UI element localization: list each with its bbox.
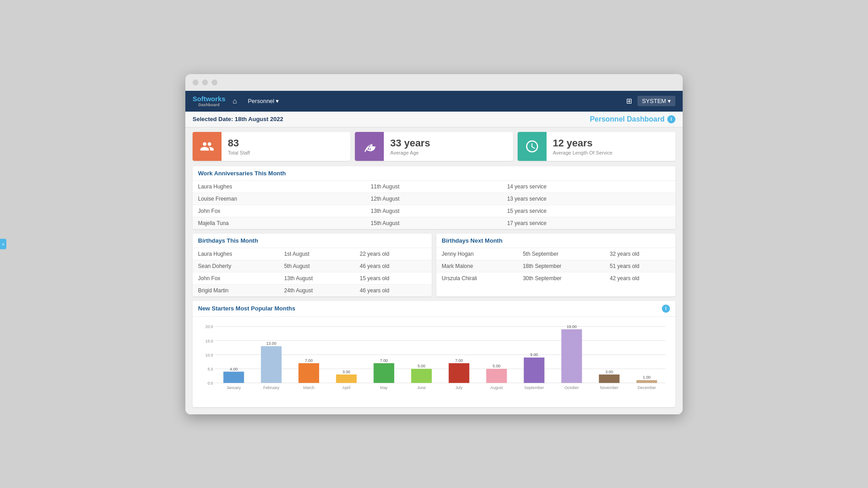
chart-month-label: October: [565, 385, 579, 389]
bar-july[interactable]: [448, 363, 469, 383]
fullscreen-dot: [212, 80, 217, 85]
bar-chart: 0.05.010.015.020.04.00January13.00Februa…: [198, 322, 670, 404]
dashboard-title-area: Personnel Dashboard i: [590, 115, 675, 123]
average-age-info: 33 years Average Age: [384, 133, 436, 160]
anniversaries-section: Work Anniversaries This Month Laura Hugh…: [193, 166, 675, 229]
chart-month-label: July: [455, 385, 462, 389]
personnel-menu[interactable]: Personnel ▾: [244, 96, 283, 106]
logo: Softworks Dashboard: [193, 95, 226, 107]
svg-text:1.00: 1.00: [643, 375, 651, 380]
chart-month-label: February: [263, 385, 279, 389]
people-icon: [200, 139, 214, 154]
svg-text:10.0: 10.0: [205, 352, 213, 357]
header-bar: Selected Date: 18th August 2022 Personne…: [185, 112, 683, 127]
selected-date: Selected Date: 18th August 2022: [193, 116, 283, 122]
stat-card-total-staff: 83 Total Staff: [193, 132, 350, 161]
svg-text:0.0: 0.0: [208, 381, 213, 385]
dashboard-info-icon[interactable]: i: [667, 115, 675, 123]
svg-text:19.00: 19.00: [566, 324, 576, 329]
birthdays-next-month-header: Birthdays Next Month: [436, 234, 675, 248]
home-icon[interactable]: ⌂: [233, 97, 237, 105]
chart-month-label: January: [226, 385, 241, 389]
table-row: Louise Freeman12th August13 years servic…: [193, 192, 675, 205]
dashboard-title-text: Personnel Dashboard: [590, 115, 665, 123]
chart-month-label: June: [417, 385, 426, 389]
anniversaries-table: Laura Hughes11th August14 years serviceL…: [193, 181, 675, 229]
bar-may[interactable]: [373, 363, 394, 383]
chart-month-label: March: [303, 385, 315, 389]
birthdays-this-month-table: Laura Hughes1st August22 years oldSean D…: [193, 248, 432, 296]
chart-month-label: August: [491, 385, 503, 389]
svg-text:7.00: 7.00: [380, 358, 388, 363]
average-service-label: Average Length Of Service: [553, 150, 613, 155]
bar-june[interactable]: [411, 369, 432, 383]
table-row: John Fox13th August15 years service: [193, 205, 675, 217]
chart-title: New Starters Most Popular Months: [198, 305, 295, 312]
navbar-right: ⊞ SYSTEM ▾: [626, 96, 675, 106]
bar-march[interactable]: [298, 363, 319, 383]
average-age-value: 33 years: [390, 137, 430, 149]
navbar: Softworks Dashboard ⌂ Personnel ▾ ⊞ SYST…: [185, 91, 683, 112]
total-staff-label: Total Staff: [228, 150, 250, 155]
table-row: Brigid Martin24th August46 years old: [193, 284, 432, 296]
bar-january[interactable]: [223, 371, 244, 383]
bar-april[interactable]: [336, 374, 357, 383]
svg-text:5.00: 5.00: [418, 364, 425, 368]
table-row: Urszula Chirali30th September42 years ol…: [436, 272, 675, 284]
scale-icon: [362, 139, 377, 154]
browser-window: Softworks Dashboard ⌂ Personnel ▾ ⊞ SYST…: [185, 74, 683, 414]
chart-info-icon[interactable]: i: [662, 305, 670, 313]
grid-icon[interactable]: ⊞: [626, 97, 632, 105]
bar-december[interactable]: [637, 380, 657, 383]
main-content: 83 Total Staff 33 years Average Age: [185, 127, 683, 414]
birthdays-next-month-section: Birthdays Next Month Jenny Hogan5th Sept…: [436, 234, 675, 296]
browser-chrome: [185, 74, 683, 91]
chart-month-label: May: [380, 385, 388, 389]
bar-november[interactable]: [599, 374, 620, 383]
svg-text:3.00: 3.00: [605, 370, 613, 374]
logo-main-text: Softworks: [193, 95, 226, 103]
birthdays-this-month-section: Birthdays This Month Laura Hughes1st Aug…: [193, 234, 432, 296]
stat-cards: 83 Total Staff 33 years Average Age: [193, 132, 675, 161]
navbar-left: Softworks Dashboard ⌂ Personnel ▾: [193, 95, 283, 107]
svg-text:15.0: 15.0: [205, 338, 213, 343]
total-staff-info: 83 Total Staff: [222, 133, 256, 160]
table-row: John Fox13th August15 years old: [193, 272, 432, 284]
bar-october[interactable]: [561, 329, 582, 383]
table-row: Sean Doherty5th August46 years old: [193, 260, 432, 272]
svg-text:5.00: 5.00: [493, 364, 500, 368]
average-service-info: 12 years Average Length Of Service: [547, 133, 619, 160]
clock-icon: [525, 139, 539, 154]
table-row: Majella Tuna15th August17 years service: [193, 217, 675, 229]
table-row: Jenny Hogan5th September32 years old: [436, 248, 675, 260]
svg-text:13.00: 13.00: [266, 341, 276, 346]
bar-february[interactable]: [261, 346, 282, 383]
stat-card-average-service: 12 years Average Length Of Service: [518, 132, 675, 161]
svg-text:3.00: 3.00: [343, 370, 350, 374]
chart-section: New Starters Most Popular Months i 0.05.…: [193, 301, 675, 407]
total-staff-icon-area: [193, 132, 222, 161]
average-age-icon-area: [355, 132, 384, 161]
svg-text:9.00: 9.00: [530, 352, 538, 357]
average-service-value: 12 years: [553, 137, 613, 149]
personnel-label: Personnel ▾: [248, 98, 279, 104]
stat-card-average-age: 33 years Average Age: [355, 132, 513, 161]
average-age-label: Average Age: [390, 150, 430, 155]
chart-month-label: December: [637, 385, 656, 389]
chart-header: New Starters Most Popular Months i: [193, 301, 675, 317]
table-row: Laura Hughes11th August14 years service: [193, 181, 675, 193]
chart-month-label: November: [600, 385, 618, 389]
bar-august[interactable]: [486, 369, 507, 383]
minimize-dot: [202, 80, 208, 85]
svg-text:4.00: 4.00: [230, 366, 237, 371]
svg-text:7.00: 7.00: [455, 358, 463, 363]
bar-september[interactable]: [524, 357, 545, 383]
logo-sub-text: Dashboard: [198, 103, 220, 107]
system-button[interactable]: SYSTEM ▾: [637, 96, 675, 106]
anniversaries-header: Work Anniversaries This Month: [193, 166, 675, 181]
svg-text:7.00: 7.00: [305, 358, 312, 363]
total-staff-value: 83: [228, 137, 250, 149]
close-dot: [193, 80, 198, 85]
chart-month-label: September: [524, 385, 544, 389]
svg-text:5.0: 5.0: [208, 367, 213, 371]
